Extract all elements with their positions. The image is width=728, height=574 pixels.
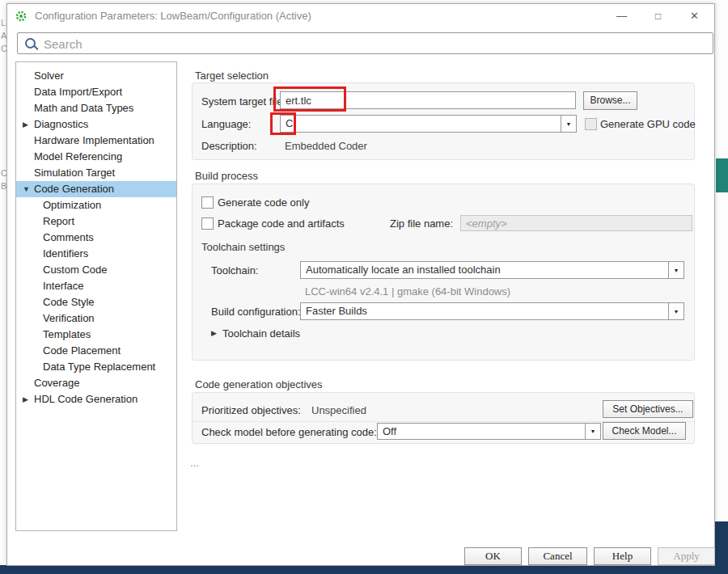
- set-objectives-button[interactable]: Set Objectives...: [603, 400, 693, 418]
- tree-item-solver[interactable]: Solver: [16, 68, 176, 84]
- annotation-rect-system-target-file: [273, 87, 346, 112]
- tree-item-identifiers[interactable]: Identifiers: [16, 246, 176, 262]
- generate-gpu-code-checkbox[interactable]: [585, 118, 597, 130]
- check-model-label: Check model before generating code:: [201, 426, 377, 438]
- help-button[interactable]: Help: [594, 547, 651, 565]
- zip-file-name-label: Zip file name:: [390, 217, 453, 230]
- tree-item-hardware-implementation[interactable]: Hardware Implementation: [16, 133, 176, 149]
- annotation-rect-language: [270, 112, 296, 135]
- ok-button[interactable]: OK: [464, 547, 522, 565]
- tree-item-model-referencing[interactable]: Model Referencing: [16, 149, 176, 165]
- apply-button: Apply: [658, 547, 715, 565]
- ellipsis-text: ...: [190, 457, 199, 469]
- desktop-edge-text: L: [1, 18, 6, 27]
- objectives-heading: Code generation objectives: [195, 378, 323, 390]
- tree-item-optimization[interactable]: Optimization: [16, 197, 176, 213]
- description-value: Embedded Coder: [285, 140, 367, 152]
- tree-item-report[interactable]: Report: [16, 213, 176, 230]
- chevron-down-icon[interactable]: ▼: [561, 116, 576, 132]
- config-parameters-window: Configuration Parameters: LowBeam/Config…: [6, 3, 715, 566]
- search-icon: [25, 38, 36, 49]
- background-app-accent: [716, 158, 728, 192]
- build-process-heading: Build process: [195, 170, 258, 182]
- collapsed-arrow-icon[interactable]: ▶: [23, 116, 28, 133]
- package-code-checkbox[interactable]: [201, 217, 214, 230]
- search-input[interactable]: [42, 34, 709, 54]
- generate-gpu-code-label: Generate GPU code: [600, 118, 696, 130]
- build-configuration-dropdown[interactable]: Faster Builds ▼: [300, 302, 684, 320]
- build-configuration-label: Build configuration:: [211, 306, 301, 318]
- toolchain-label: Toolchain:: [211, 264, 259, 276]
- tree-item-simulation-target[interactable]: Simulation Target: [16, 165, 176, 181]
- language-dropdown[interactable]: C ▼: [280, 115, 577, 133]
- tree-item-code-placement[interactable]: Code Placement: [16, 343, 176, 359]
- window-controls: — □ ✕: [603, 4, 713, 28]
- toolchain-note: LCC-win64 v2.4.1 | gmake (64-bit Windows…: [305, 285, 510, 298]
- check-model-value: Off: [378, 424, 585, 439]
- description-label: Description:: [201, 140, 257, 152]
- browse-button[interactable]: Browse...: [583, 91, 637, 110]
- language-value: C: [281, 116, 561, 132]
- settings-tree: Solver Data Import/Export Math and Data …: [15, 61, 177, 531]
- window-title: Configuration Parameters: LowBeam/Config…: [35, 4, 311, 28]
- tree-item-code-generation[interactable]: ▼Code Generation: [16, 181, 176, 197]
- minimize-icon[interactable]: —: [603, 4, 640, 28]
- chevron-down-icon[interactable]: ▼: [585, 424, 600, 439]
- search-box[interactable]: [17, 32, 713, 54]
- tree-item-data-type-replacement[interactable]: Data Type Replacement: [16, 359, 176, 375]
- tree-item-diagnostics[interactable]: ▶Diagnostics: [16, 116, 176, 133]
- desktop: L A C C B Configuration Parameters: LowB…: [0, 0, 728, 574]
- tree-item-templates[interactable]: Templates: [16, 327, 176, 343]
- language-label: Language:: [201, 118, 251, 130]
- maximize-icon[interactable]: □: [640, 4, 676, 28]
- toolchain-dropdown[interactable]: Automatically locate an installed toolch…: [300, 261, 684, 279]
- tree-item-data-import-export[interactable]: Data Import/Export: [16, 84, 176, 100]
- toolchain-details-arrow-icon[interactable]: ▶: [211, 329, 217, 337]
- simulink-settings-icon: [15, 10, 28, 23]
- tree-item-verification[interactable]: Verification: [16, 310, 176, 327]
- tree-item-math-and-data-types[interactable]: Math and Data Types: [16, 100, 176, 116]
- target-selection-heading: Target selection: [195, 70, 269, 82]
- cancel-button[interactable]: Cancel: [528, 547, 587, 565]
- check-model-button[interactable]: Check Model...: [603, 422, 686, 440]
- tree-item-coverage[interactable]: Coverage: [16, 375, 176, 391]
- chevron-down-icon[interactable]: ▼: [668, 262, 684, 278]
- check-model-dropdown[interactable]: Off ▼: [377, 423, 601, 440]
- toolchain-value: Automatically locate an installed toolch…: [301, 262, 668, 278]
- tree-item-hdl-code-generation[interactable]: ▶HDL Code Generation: [16, 391, 176, 407]
- generate-code-only-checkbox[interactable]: [201, 196, 214, 209]
- prioritized-objectives-value: Unspecified: [311, 404, 366, 416]
- zip-file-name-input[interactable]: [460, 215, 692, 231]
- package-code-label: Package code and artifacts: [218, 217, 345, 230]
- prioritized-objectives-label: Prioritized objectives:: [201, 404, 301, 416]
- title-bar[interactable]: Configuration Parameters: LowBeam/Config…: [7, 4, 714, 28]
- tree-item-comments[interactable]: Comments: [16, 230, 176, 246]
- generate-code-only-label: Generate code only: [218, 196, 309, 209]
- tree-item-code-style[interactable]: Code Style: [16, 294, 176, 310]
- expanded-arrow-icon[interactable]: ▼: [23, 181, 30, 197]
- toolchain-settings-heading: Toolchain settings: [201, 241, 285, 253]
- tree-item-custom-code[interactable]: Custom Code: [16, 262, 176, 278]
- tree-item-interface[interactable]: Interface: [16, 278, 176, 294]
- chevron-down-icon[interactable]: ▼: [668, 303, 684, 319]
- close-icon[interactable]: ✕: [676, 4, 713, 28]
- build-configuration-value: Faster Builds: [301, 303, 668, 319]
- toolchain-details-label[interactable]: Toolchain details: [222, 327, 300, 340]
- collapsed-arrow-icon[interactable]: ▶: [23, 391, 28, 407]
- taskbar-strip: [0, 565, 728, 574]
